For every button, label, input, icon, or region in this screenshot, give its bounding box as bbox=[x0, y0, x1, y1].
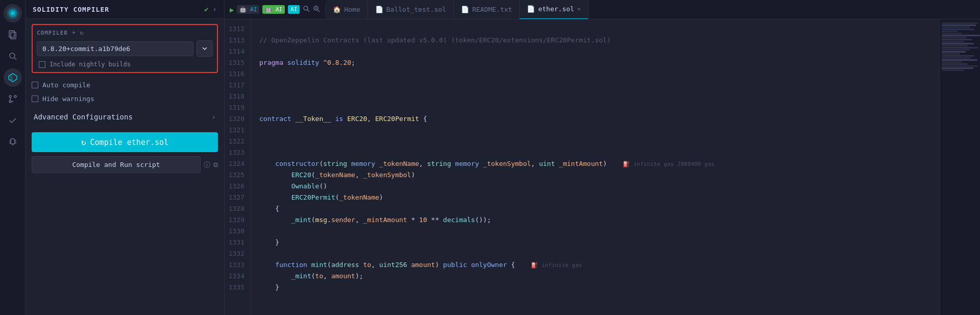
check-header-icon[interactable]: ✔ bbox=[204, 5, 208, 13]
auto-compile-label: Auto compile bbox=[42, 81, 90, 89]
run-icon[interactable]: ▶ bbox=[230, 6, 234, 14]
sidebar: SOLIDITY COMPILER ✔ › COMPILER + ↻ 0.8.2… bbox=[26, 0, 225, 315]
svg-rect-4 bbox=[11, 32, 16, 39]
add-compiler-icon[interactable]: + bbox=[72, 29, 76, 36]
code-line-1323 bbox=[259, 147, 939, 158]
compile-refresh-icon: ↻ bbox=[81, 137, 86, 147]
check-icon[interactable] bbox=[4, 111, 22, 130]
ether-tab-close[interactable]: ✕ bbox=[577, 6, 581, 12]
debug-icon[interactable] bbox=[4, 133, 22, 151]
hide-warnings-label: Hide warnings bbox=[42, 95, 94, 103]
code-line-1318 bbox=[259, 91, 939, 102]
code-line-1312 bbox=[259, 23, 939, 35]
compiler-version-select[interactable]: 0.8.20+commit.a1b79de6 bbox=[37, 41, 193, 56]
svg-line-6 bbox=[14, 58, 16, 60]
search-icon[interactable] bbox=[4, 47, 22, 65]
line-numbers: 1312 1313 1314 1315 1316 1317 1318 1319 … bbox=[225, 19, 251, 315]
ai3-badge[interactable]: AI bbox=[288, 5, 300, 14]
sidebar-content: COMPILER + ↻ 0.8.20+commit.a1b79de6 Incl… bbox=[26, 19, 224, 315]
code-line-1332 bbox=[259, 248, 939, 259]
auto-compile-row: Auto compile bbox=[32, 80, 218, 90]
readme-tab-icon: 📄 bbox=[461, 6, 469, 13]
compiler-label-row: COMPILER + ↻ bbox=[37, 29, 213, 36]
compile-button-label: Compile ether.sol bbox=[90, 138, 169, 147]
code-line-1326: Ownable() bbox=[259, 181, 939, 192]
code-line-1322 bbox=[259, 136, 939, 147]
copy-icon[interactable]: ⧉ bbox=[213, 161, 218, 169]
tab-home[interactable]: 🏠 Home bbox=[326, 0, 368, 19]
tab-ballot[interactable]: 📄 Ballot_test.sol bbox=[368, 0, 454, 19]
minimap bbox=[939, 19, 980, 315]
ballot-tab-label: Ballot_test.sol bbox=[386, 6, 446, 13]
code-line-1325: ERC20(_tokenName, _tokenSymbol) bbox=[259, 169, 939, 181]
refresh-compiler-icon[interactable]: ↻ bbox=[80, 29, 83, 36]
search-tab-icon[interactable] bbox=[303, 5, 310, 14]
code-line-1321 bbox=[259, 125, 939, 136]
code-line-1313: // OpenZeppelin Contracts (last updated … bbox=[259, 35, 939, 46]
code-line-1324: constructor(string memory _tokenName, st… bbox=[259, 158, 939, 169]
compiler-select-row: 0.8.20+commit.a1b79de6 bbox=[37, 40, 213, 57]
advanced-config-label: Advanced Configurations bbox=[34, 113, 133, 121]
code-line-1330 bbox=[259, 226, 939, 237]
ether-tab-icon: 📄 bbox=[527, 5, 535, 13]
code-line-1316 bbox=[259, 68, 939, 80]
home-tab-label: Home bbox=[344, 6, 360, 13]
tab-ether[interactable]: 📄 ether.sol ✕ bbox=[520, 0, 588, 19]
ai2-badge[interactable]: 🤖 AI bbox=[262, 5, 285, 14]
tab-bar: ▶ 🤖 AI 🤖 AI AI 🏠 Home 📄 Ballot_test.sol … bbox=[225, 0, 980, 19]
zoom-tab-icon[interactable] bbox=[313, 5, 320, 14]
sidebar-header-icons: ✔ › bbox=[204, 5, 217, 13]
editor-content: 1312 1313 1314 1315 1316 1317 1318 1319 … bbox=[225, 19, 980, 315]
nightly-label: Include nightly builds bbox=[50, 61, 131, 68]
svg-line-19 bbox=[307, 10, 309, 12]
code-line-1331: } bbox=[259, 237, 939, 248]
solidity-icon[interactable]: S bbox=[4, 68, 22, 87]
svg-point-18 bbox=[304, 6, 308, 10]
hide-warnings-checkbox[interactable] bbox=[32, 95, 38, 102]
nightly-checkbox[interactable] bbox=[39, 61, 45, 68]
code-line-1328: { bbox=[259, 203, 939, 214]
ballot-tab-icon: 📄 bbox=[375, 6, 383, 13]
info-icon[interactable]: ⓘ bbox=[204, 160, 210, 169]
compiler-label: COMPILER bbox=[37, 30, 68, 36]
sidebar-header: SOLIDITY COMPILER ✔ › bbox=[26, 0, 224, 19]
compile-button[interactable]: ↻ Compile ether.sol bbox=[32, 132, 218, 152]
editor-area: ▶ 🤖 AI 🤖 AI AI 🏠 Home 📄 Ballot_test.sol … bbox=[225, 0, 980, 315]
code-line-1320: contract __Token__ is ERC20, ERC20Permit… bbox=[259, 113, 939, 125]
svg-point-5 bbox=[10, 53, 15, 58]
code-line-1319 bbox=[259, 102, 939, 113]
advanced-config-row[interactable]: Advanced Configurations › bbox=[32, 108, 218, 126]
code-line-1315: pragma solidity ^0.8.20; bbox=[259, 57, 939, 68]
svg-rect-12 bbox=[11, 139, 15, 144]
code-line-1333: function mint(address to, uint256 amount… bbox=[259, 259, 939, 271]
activity-bar: S bbox=[0, 0, 26, 315]
git-icon[interactable] bbox=[4, 90, 22, 108]
svg-text:S: S bbox=[10, 76, 13, 81]
code-line-1317 bbox=[259, 80, 939, 91]
svg-point-2 bbox=[11, 11, 15, 15]
code-editor[interactable]: // OpenZeppelin Contracts (last updated … bbox=[251, 19, 939, 315]
code-line-1329: _mint(msg.sender, _mintAmount * 10 ** de… bbox=[259, 214, 939, 226]
home-tab-icon: 🏠 bbox=[333, 6, 341, 13]
compile-run-button[interactable]: Compile and Run script bbox=[32, 156, 201, 173]
tab-readme[interactable]: 📄 README.txt bbox=[454, 0, 520, 19]
select-arrow-button[interactable] bbox=[197, 40, 213, 57]
ether-tab-label: ether.sol bbox=[538, 5, 574, 13]
compile-run-row: Compile and Run script ⓘ ⧉ bbox=[32, 156, 218, 173]
advanced-chevron-icon: › bbox=[212, 113, 216, 121]
svg-point-9 bbox=[9, 95, 11, 98]
files-icon[interactable] bbox=[4, 26, 22, 44]
code-line-1335: } bbox=[259, 282, 939, 293]
arrow-header-icon[interactable]: › bbox=[213, 5, 217, 13]
ai1-badge[interactable]: 🤖 AI bbox=[237, 5, 259, 14]
code-line-1314 bbox=[259, 46, 939, 57]
tab-action-icons: ▶ 🤖 AI 🤖 AI AI bbox=[225, 5, 326, 14]
svg-point-10 bbox=[14, 95, 16, 98]
hide-warnings-row: Hide warnings bbox=[32, 94, 218, 104]
logo-icon[interactable] bbox=[4, 4, 22, 22]
nightly-row: Include nightly builds bbox=[37, 61, 213, 68]
readme-tab-label: README.txt bbox=[472, 6, 512, 13]
code-line-1327: ERC20Permit(_tokenName) bbox=[259, 192, 939, 203]
auto-compile-checkbox[interactable] bbox=[32, 82, 38, 88]
compiler-box: COMPILER + ↻ 0.8.20+commit.a1b79de6 Incl… bbox=[32, 24, 218, 73]
